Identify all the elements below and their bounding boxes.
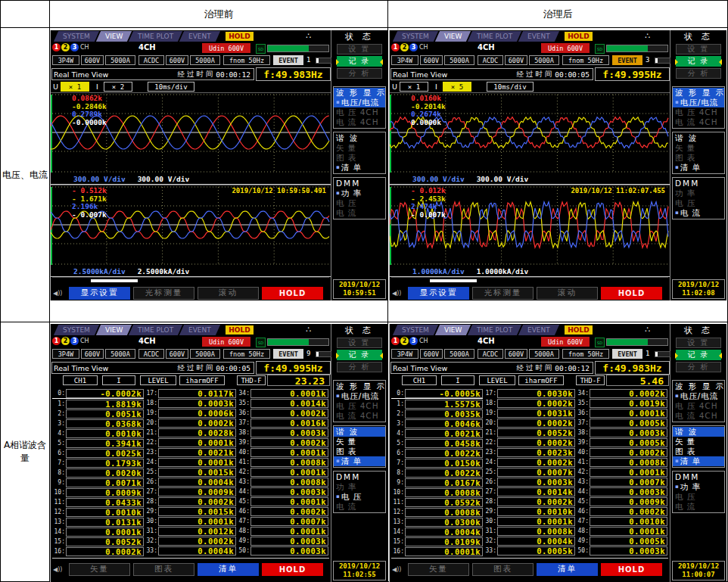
- ch-select-box[interactable]: CH1: [402, 375, 437, 385]
- scrollbar-thumb[interactable]: [430, 279, 477, 282]
- level-select-box[interactable]: LEVEL: [140, 375, 176, 385]
- menu-power[interactable]: 功 率: [334, 482, 385, 492]
- param-select-box[interactable]: I: [102, 375, 135, 385]
- menu-current-4ch[interactable]: 电 流 4CH: [673, 117, 724, 127]
- tab-view[interactable]: VIEW: [96, 31, 132, 42]
- menu-dmm[interactable]: DMM: [334, 179, 385, 188]
- tab-system[interactable]: SYSTEM: [54, 31, 99, 42]
- menu-voltage[interactable]: ▪电 压: [334, 492, 385, 502]
- tab-event[interactable]: EVENT: [518, 31, 559, 42]
- softkey-vector[interactable]: 矢量: [408, 563, 469, 576]
- menu-harmonics[interactable]: 谐 波: [334, 427, 385, 437]
- menu-list[interactable]: ▪清 单: [673, 456, 724, 466]
- level-select-box[interactable]: LEVEL: [479, 375, 515, 385]
- sidebar-button-settings[interactable]: 设 置: [676, 338, 721, 348]
- softkey-hold[interactable]: HOLD: [262, 287, 323, 300]
- scrollbar-thumb[interactable]: [91, 279, 138, 282]
- menu-harmonics[interactable]: 谐 波: [334, 133, 385, 143]
- menu-waveform-display[interactable]: 波 形 显 示: [334, 88, 385, 98]
- menu-current-4ch[interactable]: 电 流 4CH: [673, 411, 724, 421]
- menu-harmonics[interactable]: 谐 波: [673, 427, 724, 437]
- menu-current-4ch[interactable]: 电 流 4CH: [334, 117, 385, 127]
- softkey-cursor-measure[interactable]: 光标测量: [472, 287, 534, 300]
- softkey-vector[interactable]: 矢量: [69, 563, 130, 576]
- softkey-display-settings[interactable]: 显示设置: [408, 287, 469, 300]
- sidebar-button-record[interactable]: 记 录: [676, 56, 721, 67]
- tab-view[interactable]: VIEW: [435, 325, 471, 335]
- menu-power[interactable]: 功 率: [673, 188, 724, 198]
- timebase-button[interactable]: 10ms/div: [148, 82, 194, 92]
- menu-waveform-display[interactable]: 波 形 显 示: [673, 381, 724, 391]
- menu-list[interactable]: ▪清 单: [334, 456, 385, 466]
- tab-event[interactable]: EVENT: [518, 325, 559, 335]
- sidebar-button-settings[interactable]: 设 置: [337, 44, 382, 54]
- softkey-list[interactable]: 清单: [198, 563, 259, 576]
- tab-system[interactable]: SYSTEM: [393, 325, 438, 335]
- softkey-list[interactable]: 清单: [537, 563, 598, 576]
- menu-vector[interactable]: 矢 量: [673, 143, 724, 153]
- tab-system[interactable]: SYSTEM: [54, 325, 99, 335]
- menu-voltage-4ch[interactable]: 电 压 4CH: [334, 401, 385, 411]
- menu-vector[interactable]: 矢 量: [334, 143, 385, 153]
- tab-time-plot[interactable]: TIME PLOT: [129, 31, 182, 42]
- menu-power[interactable]: ▪功 率: [673, 482, 724, 492]
- softkey-display-settings[interactable]: 显示设置: [69, 287, 130, 300]
- menu-waveform-display[interactable]: 波 形 显 示: [334, 381, 385, 391]
- menu-dmm[interactable]: DMM: [673, 472, 724, 482]
- softkey-hold[interactable]: HOLD: [601, 287, 662, 300]
- softkey-hold[interactable]: HOLD: [601, 563, 662, 576]
- iharm-select-box[interactable]: iharmOFF: [179, 375, 225, 385]
- menu-voltage-current[interactable]: ▪电压/电流: [673, 98, 724, 107]
- softkey-scroll[interactable]: 滚动: [537, 287, 598, 300]
- menu-list[interactable]: ▪清 单: [334, 163, 385, 173]
- menu-current[interactable]: 电 流: [673, 502, 724, 512]
- menu-vector[interactable]: 矢 量: [334, 437, 385, 447]
- menu-chart[interactable]: 图 表: [334, 447, 385, 456]
- menu-current[interactable]: 电 流: [334, 502, 385, 512]
- menu-current[interactable]: ▪电 流: [673, 208, 724, 218]
- tab-time-plot[interactable]: TIME PLOT: [468, 325, 521, 335]
- softkey-hold[interactable]: HOLD: [262, 563, 323, 576]
- softkey-scroll[interactable]: 滚动: [198, 287, 259, 300]
- i-scale-button[interactable]: × 2: [104, 82, 132, 92]
- menu-voltage-current[interactable]: ▪电压/电流: [673, 391, 724, 401]
- tab-event[interactable]: EVENT: [179, 325, 220, 335]
- softkey-cursor-measure[interactable]: 光标测量: [133, 287, 194, 300]
- menu-voltage-4ch[interactable]: 电 压 4CH: [673, 401, 724, 411]
- menu-waveform-display[interactable]: 波 形 显 示: [673, 88, 724, 98]
- menu-harmonics[interactable]: 谐 波: [673, 133, 724, 143]
- menu-chart[interactable]: 图 表: [673, 447, 724, 456]
- menu-dmm[interactable]: DMM: [673, 179, 724, 188]
- menu-voltage-current[interactable]: ▪电压/电流: [334, 391, 385, 401]
- sidebar-button-analyze[interactable]: 分 析: [337, 362, 382, 372]
- ch-select-box[interactable]: CH1: [63, 375, 98, 385]
- param-select-box[interactable]: I: [441, 375, 474, 385]
- softkey-chart[interactable]: 图表: [133, 563, 194, 576]
- i-scale-button[interactable]: × 5: [443, 82, 471, 92]
- u-scale-button[interactable]: × 1: [400, 82, 428, 92]
- menu-list[interactable]: ▪清 单: [673, 163, 724, 173]
- menu-voltage-4ch[interactable]: 电 压 4CH: [334, 107, 385, 117]
- menu-voltage[interactable]: 电 压: [673, 198, 724, 208]
- menu-voltage[interactable]: 电 压: [673, 492, 724, 502]
- tab-event[interactable]: EVENT: [179, 31, 220, 42]
- menu-dmm[interactable]: DMM: [334, 472, 385, 482]
- timebase-button[interactable]: 10ms/div: [487, 82, 534, 92]
- menu-voltage[interactable]: 电 压: [334, 198, 385, 208]
- sidebar-button-settings[interactable]: 设 置: [676, 44, 721, 54]
- tab-time-plot[interactable]: TIME PLOT: [468, 31, 521, 42]
- menu-vector[interactable]: 矢 量: [673, 437, 724, 447]
- tab-view[interactable]: VIEW: [96, 325, 132, 335]
- menu-power[interactable]: ▪功 率: [334, 188, 385, 198]
- sidebar-button-analyze[interactable]: 分 析: [676, 68, 721, 79]
- iharm-select-box[interactable]: iharmOFF: [518, 375, 564, 385]
- menu-chart[interactable]: 图 表: [334, 153, 385, 163]
- menu-current-4ch[interactable]: 电 流 4CH: [334, 411, 385, 421]
- sidebar-button-record[interactable]: 记 录: [676, 350, 721, 360]
- sidebar-button-analyze[interactable]: 分 析: [676, 362, 721, 372]
- sidebar-button-record[interactable]: 记 录: [337, 56, 382, 67]
- menu-current[interactable]: 电 流: [334, 208, 385, 218]
- sidebar-button-analyze[interactable]: 分 析: [337, 68, 382, 79]
- sidebar-button-settings[interactable]: 设 置: [337, 338, 382, 348]
- sidebar-button-record[interactable]: 记 录: [337, 350, 382, 360]
